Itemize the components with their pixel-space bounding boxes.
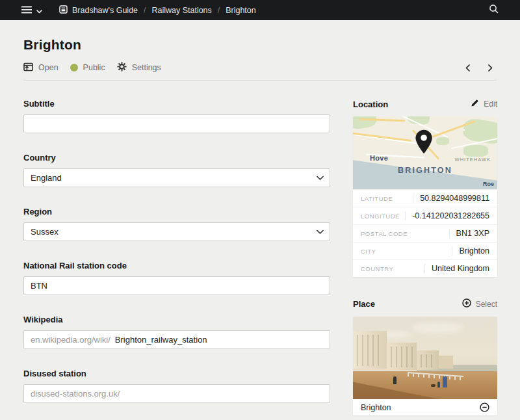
settings-button[interactable]: Settings xyxy=(117,62,161,73)
wikipedia-url-prefix: en.wikipedia.org/wiki/ xyxy=(31,335,110,345)
open-window-icon xyxy=(23,62,33,73)
detail-value: BN1 3XP xyxy=(449,229,489,238)
painting-building xyxy=(439,356,453,369)
select-label: Select xyxy=(476,300,497,309)
breadcrumb-item-site[interactable]: Bradshaw's Guide xyxy=(59,5,138,16)
detail-value: Brighton xyxy=(452,246,489,256)
detail-label: LATITUDE xyxy=(361,195,393,202)
book-icon xyxy=(59,5,68,16)
field-wikipedia: Wikipedia en.wikipedia.org/wiki/ Brighto… xyxy=(23,315,330,349)
detail-value: 50.8294048999811 xyxy=(413,194,489,203)
painting-figure xyxy=(437,382,440,387)
breadcrumb: Bradshaw's Guide / Railway Stations / Br… xyxy=(59,5,256,16)
country-label: Country xyxy=(23,153,330,163)
station-code-label: National Rail station code xyxy=(23,261,330,270)
detail-label: LONGITUDE xyxy=(361,213,400,220)
status-dot-icon xyxy=(70,64,78,72)
place-title: Place xyxy=(353,299,375,309)
select-place-button[interactable]: Select xyxy=(462,298,497,309)
breadcrumb-label: Brighton xyxy=(226,6,256,15)
status-button[interactable]: Public xyxy=(70,63,105,72)
wikipedia-value: Brighton_railway_station xyxy=(115,335,207,345)
pencil-icon xyxy=(471,99,479,109)
place-image[interactable] xyxy=(353,317,497,399)
table-row: CITY Brighton xyxy=(353,242,497,259)
pager xyxy=(462,63,497,73)
prev-page-button[interactable] xyxy=(462,63,474,73)
wikipedia-label: Wikipedia xyxy=(23,315,330,324)
region-select[interactable]: Sussex xyxy=(23,222,330,241)
location-title: Location xyxy=(353,99,388,109)
detail-value: -0.141202031282655 xyxy=(405,211,489,220)
map-label-roe: Roe xyxy=(483,181,494,187)
map-label-hove: Hove xyxy=(370,154,388,162)
region-label: Region xyxy=(23,207,330,217)
sidebar-column: Location Edit xyxy=(353,99,497,420)
open-label: Open xyxy=(38,63,58,72)
page-toolbar: Open Public Settings xyxy=(23,62,497,73)
location-map[interactable]: Hove WHITEHAWK BRIGHTON Roe xyxy=(353,116,497,189)
edit-label: Edit xyxy=(484,99,497,109)
breadcrumb-separator: / xyxy=(144,6,146,15)
menu-toggle-button[interactable] xyxy=(21,5,42,16)
map-label-whitehawk: WHITEHAWK xyxy=(455,157,491,163)
country-select[interactable]: England xyxy=(23,168,330,187)
breadcrumb-item-page[interactable]: Brighton xyxy=(226,6,256,15)
breadcrumb-label: Bradshaw's Guide xyxy=(72,6,138,15)
detail-value: United Kingdom xyxy=(424,264,489,273)
hamburger-icon xyxy=(21,5,32,16)
painting-figure xyxy=(393,376,396,384)
search-icon xyxy=(489,4,499,16)
place-section: Place Select xyxy=(353,298,497,415)
next-page-button[interactable] xyxy=(484,63,497,73)
map-park-area xyxy=(463,145,488,157)
field-disused-station: Disused station xyxy=(23,369,330,403)
table-row: LATITUDE 50.8294048999811 xyxy=(353,189,497,207)
plus-circle-icon xyxy=(462,298,471,309)
main-content: Brighton Open Public Settings xyxy=(0,20,520,420)
page-title: Brighton xyxy=(23,37,497,53)
subtitle-label: Subtitle xyxy=(23,99,330,109)
table-row: LONGITUDE -0.141202031282655 xyxy=(353,207,497,224)
gear-icon xyxy=(117,62,127,73)
wikipedia-input[interactable]: en.wikipedia.org/wiki/ Brighton_railway_… xyxy=(23,330,330,349)
table-row: COUNTRY United Kingdom xyxy=(353,259,497,277)
map-pin-icon xyxy=(413,129,434,157)
location-details-table: LATITUDE 50.8294048999811 LONGITUDE -0.1… xyxy=(353,189,497,277)
disused-station-input[interactable] xyxy=(23,384,330,403)
place-item-label: Brighton xyxy=(361,403,391,412)
form-column: Subtitle Country England Region xyxy=(23,99,330,420)
field-subtitle: Subtitle xyxy=(23,99,330,133)
place-list-item[interactable]: Brighton xyxy=(353,399,497,415)
painting-figure xyxy=(443,376,447,387)
painting-figure xyxy=(431,384,436,387)
page-header: Brighton Open Public Settings xyxy=(23,20,497,81)
map-road xyxy=(353,132,411,142)
subtitle-input[interactable] xyxy=(23,114,330,133)
detail-label: CITY xyxy=(361,248,376,255)
field-country: Country England xyxy=(23,153,330,187)
field-region: Region Sussex xyxy=(23,207,330,241)
painting-cloud xyxy=(411,322,463,334)
status-label: Public xyxy=(83,63,105,72)
search-button[interactable] xyxy=(489,4,499,16)
field-station-code: National Rail station code xyxy=(23,261,330,295)
edit-location-button[interactable]: Edit xyxy=(471,99,497,109)
breadcrumb-item-collection[interactable]: Railway Stations xyxy=(151,6,211,15)
station-code-input[interactable] xyxy=(23,276,330,295)
chevron-down-icon xyxy=(36,5,42,16)
map-label-brighton: BRIGHTON xyxy=(398,166,452,175)
breadcrumb-separator: / xyxy=(218,6,220,15)
table-row: POSTAL CODE BN1 3XP xyxy=(353,224,497,242)
detail-label: COUNTRY xyxy=(361,265,393,272)
painting-building xyxy=(417,350,439,370)
breadcrumb-label: Railway Stations xyxy=(151,6,211,15)
disused-station-label: Disused station xyxy=(23,369,330,378)
open-button[interactable]: Open xyxy=(23,62,58,73)
place-card: Brighton xyxy=(353,317,497,415)
map-park-area xyxy=(436,137,449,145)
remove-place-button[interactable] xyxy=(480,402,489,412)
painting-building xyxy=(387,343,417,370)
detail-label: POSTAL CODE xyxy=(361,230,408,237)
settings-label: Settings xyxy=(132,63,161,72)
